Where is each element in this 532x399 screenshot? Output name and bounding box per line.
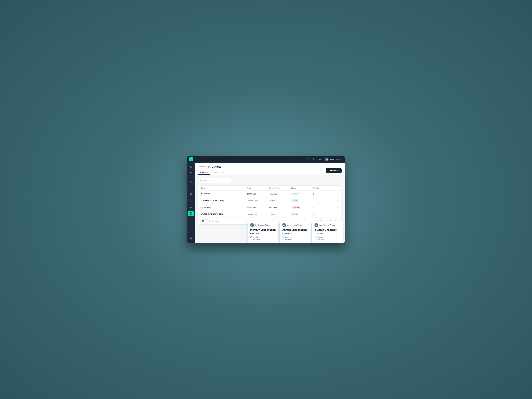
card-2-product-name: Annual Subscription xyxy=(282,228,308,232)
tab-products[interactable]: Products xyxy=(198,170,210,175)
sidebar-item-payments[interactable] xyxy=(188,211,194,216)
breadcrumb: Payments Products xyxy=(198,165,225,168)
top-nav-actions: $ ? AB Aaron Biddle ▾ xyxy=(305,157,343,162)
page-header: Payments Products Products Transactions … xyxy=(195,163,345,175)
col-header-price: Price xyxy=(247,187,269,189)
sidebar-item-person[interactable] xyxy=(188,164,194,170)
sidebar-item-clients[interactable] xyxy=(188,171,194,176)
sidebar-item-table[interactable] xyxy=(188,204,194,210)
card-3-price: £500 GBP xyxy=(315,233,341,235)
card-2-meta: Monthly 40 Clients xyxy=(282,236,308,241)
products-table: Name Price Billing Cycle Status Clients … xyxy=(198,185,342,225)
product-card-2[interactable]: JP Joe Personal Trainer Annual Subscript… xyxy=(280,221,310,243)
card-1-billing-text: Monthly xyxy=(253,236,259,238)
row-4-price: 1000.00 GBP xyxy=(247,213,269,215)
row-4-clients: - xyxy=(313,213,333,215)
svg-rect-24 xyxy=(191,237,192,238)
page-size-select[interactable]: 10 25 50 100 xyxy=(201,219,208,223)
svg-rect-25 xyxy=(191,239,192,239)
product-card-1[interactable]: JP Joe Personal Trainer Monthly Subscrip… xyxy=(248,221,279,243)
row-4-menu-button[interactable]: ⋮ xyxy=(336,213,339,216)
card-2-trainer-name: Joe Personal Trainer xyxy=(287,224,303,226)
app-logo: T xyxy=(189,157,193,161)
status-badge: Active xyxy=(291,199,299,202)
help-icon-btn[interactable]: ? xyxy=(312,157,316,161)
card-3-trainer-name: Joe Personal Trainer xyxy=(319,224,335,226)
search-bar xyxy=(198,178,231,183)
sidebar-item-download[interactable] xyxy=(188,185,194,191)
sidebar-divider xyxy=(189,177,193,178)
billing-icon xyxy=(282,236,284,238)
col-header-clients: Clients xyxy=(313,187,333,189)
row-3-actions: ⋮ xyxy=(333,206,339,209)
top-nav: T $ ? AB Aaron Biddle ▾ xyxy=(187,156,345,163)
dollar-icon: $ xyxy=(307,158,308,161)
row-4-actions: ⋮ xyxy=(333,213,339,216)
card-1-clients: 20 Clients xyxy=(250,239,276,241)
card-2-billing: Monthly xyxy=(282,236,308,238)
svg-point-29 xyxy=(251,239,251,240)
card-3-billing: Monthly xyxy=(315,236,341,238)
row-3-menu-button[interactable]: ⋮ xyxy=(336,206,339,209)
svg-rect-26 xyxy=(190,239,191,239)
page-size-selector: 10 25 50 100 1-4 of 4 items xyxy=(201,219,219,223)
dollar-icon-btn[interactable]: $ xyxy=(305,157,309,161)
clients-icon xyxy=(282,239,284,241)
card-1-billing: Monthly xyxy=(250,236,276,238)
section-label: Payments xyxy=(198,166,206,168)
row-2-price: 1000.00 GBP xyxy=(247,200,269,202)
col-header-name: Name xyxy=(201,187,247,189)
tab-transactions[interactable]: Transactions xyxy=(210,170,225,175)
card-1-trainer-avatar: JP xyxy=(250,223,254,227)
sidebar xyxy=(187,163,195,243)
chevron-down-icon: ▾ xyxy=(341,158,342,160)
row-3-name: RECURRING 2 xyxy=(201,206,247,208)
row-4-name: STAGED 2 (RENEW @ END) xyxy=(201,213,247,215)
row-1-billing: Recurring xyxy=(269,193,291,195)
row-3-clients: - xyxy=(313,206,333,209)
row-1-status: Active xyxy=(291,193,313,195)
card-1-trainer-name: Joe Personal Trainer xyxy=(255,224,271,226)
card-3-trainer: JP Joe Personal Trainer xyxy=(315,223,341,227)
bell-icon-btn[interactable] xyxy=(318,157,322,161)
sidebar-item-list[interactable] xyxy=(188,198,194,203)
sidebar-item-menu[interactable] xyxy=(188,179,194,184)
table-header: Name Price Billing Cycle Status Clients xyxy=(198,186,342,190)
user-menu[interactable]: AB Aaron Biddle ▾ xyxy=(324,157,343,162)
sidebar-item-grid2[interactable] xyxy=(188,235,194,241)
product-card-3[interactable]: JP Joe Personal Trainer 3 Month Challeng… xyxy=(312,221,343,243)
cards-overlay: JP Joe Personal Trainer Monthly Subscrip… xyxy=(248,221,345,243)
row-4-billing: Staged xyxy=(269,213,291,215)
svg-point-1 xyxy=(190,172,191,173)
svg-point-27 xyxy=(201,180,202,181)
logo-area: T xyxy=(189,157,193,161)
search-input[interactable] xyxy=(203,179,229,182)
items-count: 1-4 of 4 items xyxy=(209,220,219,222)
card-1-clients-text: 20 Clients xyxy=(253,239,260,241)
page-tabs: Products Transactions xyxy=(198,170,225,175)
page-header-left: Payments Products Products Transactions xyxy=(198,165,225,175)
row-1-clients: 1 xyxy=(313,193,333,195)
svg-rect-6 xyxy=(190,193,191,194)
svg-line-28 xyxy=(202,181,202,181)
col-header-actions xyxy=(333,187,339,189)
svg-point-31 xyxy=(315,239,316,240)
search-icon xyxy=(200,179,202,182)
card-2-price: £2,200 GBP xyxy=(282,233,308,235)
row-4-status: Active xyxy=(291,213,313,215)
svg-point-30 xyxy=(283,239,283,240)
row-2-clients: - xyxy=(313,200,333,202)
add-product-button[interactable]: Add Product xyxy=(326,168,342,173)
svg-rect-8 xyxy=(191,195,192,195)
clients-icon xyxy=(315,239,316,241)
sidebar-item-grid[interactable] xyxy=(188,192,194,197)
billing-icon xyxy=(315,236,316,238)
row-2-menu-button[interactable]: ⋮ xyxy=(336,199,339,202)
row-2-billing: Staged xyxy=(269,200,291,202)
card-1-meta: Monthly 20 Clients xyxy=(250,236,276,241)
col-header-status: Status xyxy=(291,187,313,189)
card-2-clients-text: 40 Clients xyxy=(285,239,292,241)
svg-rect-9 xyxy=(190,195,191,195)
row-1-menu-button[interactable]: ⋮ xyxy=(336,192,339,196)
card-3-clients: 40 Clients xyxy=(315,239,341,241)
